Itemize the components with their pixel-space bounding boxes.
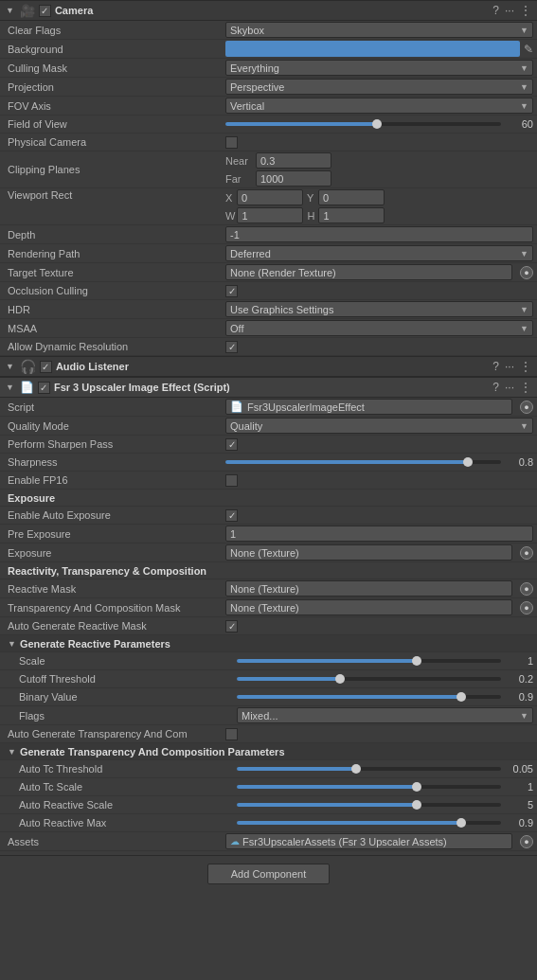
gen-transparency-params-header[interactable]: ▼ Generate Transparency And Composition … [0,743,537,760]
clear-flags-label: Clear Flags [8,25,225,36]
reactive-mask-input[interactable]: None (Texture) [225,580,512,597]
auto-tc-scale-slider-track[interactable] [237,785,501,789]
help-icon[interactable]: ? [492,360,499,373]
depth-input[interactable] [225,226,533,242]
pre-exposure-input[interactable] [225,526,533,542]
quality-mode-value: Quality ▼ [225,418,533,434]
assets-input[interactable]: ☁ Fsr3UpscalerAssets (Fsr 3 Upscaler Ass… [225,833,512,849]
scale-slider-track[interactable] [237,659,501,663]
audio-listener-checkbox[interactable]: ✓ [40,361,52,373]
auto-reactive-max-slider-container: 0.9 [237,817,533,829]
auto-tc-threshold-slider-thumb[interactable] [351,764,361,774]
hdr-dropdown[interactable]: Use Graphics Settings ▼ [225,301,533,317]
reactive-mask-picker[interactable]: ● [520,582,533,596]
auto-reactive-max-slider-track[interactable] [237,821,501,825]
transparency-mask-picker[interactable]: ● [520,601,533,615]
allow-dynamic-checkbox[interactable]: ✓ [225,341,238,353]
projection-dropdown[interactable]: Perspective ▼ [225,79,533,95]
physical-camera-checkbox[interactable] [225,136,238,149]
script-input[interactable]: 📄 Fsr3UpscalerImageEffect [225,399,512,415]
chevron-icon: ▼ [8,747,16,757]
vp-w-input[interactable] [237,207,303,223]
far-input[interactable] [256,170,331,187]
assets-value: ☁ Fsr3UpscalerAssets (Fsr 3 Upscaler Ass… [225,833,533,849]
cutoff-slider-track[interactable] [237,677,501,681]
near-input[interactable] [256,152,331,169]
cutoff-slider-fill [237,677,340,681]
exposure-picker[interactable]: ● [520,546,533,560]
menu-icon[interactable]: ⋮ [520,4,531,17]
auto-reactive-scale-slider-track[interactable] [237,803,501,807]
perform-sharpen-checkbox[interactable]: ✓ [225,438,238,451]
auto-gen-reactive-checkbox[interactable]: ✓ [225,620,238,633]
collapse-arrow-icon[interactable]: ▼ [6,362,14,371]
target-texture-picker[interactable]: ● [520,266,533,279]
sharpness-slider-track[interactable] [225,460,501,464]
camera-header-icons: ? ∙∙∙ ⋮ [492,4,531,17]
auto-tc-scale-slider-value: 1 [505,781,533,793]
collapse-arrow-icon[interactable]: ▼ [6,6,14,15]
sharpness-slider-thumb[interactable] [463,457,473,467]
fsr-header[interactable]: ▼ 📄 ✓ Fsr 3 Upscaler Image Effect (Scrip… [0,377,537,398]
vp-h-input[interactable] [318,207,385,223]
help-icon[interactable]: ? [492,381,499,394]
msaa-dropdown[interactable]: Off ▼ [225,320,533,336]
exposure-section-header[interactable]: Exposure [0,490,537,507]
script-picker[interactable]: ● [520,401,533,414]
gen-reactive-params-header[interactable]: ▼ Generate Reactive Parameters [0,635,537,652]
help-icon[interactable]: ? [492,4,499,17]
msaa-label: MSAA [8,323,225,334]
vp-x-input[interactable] [237,189,303,205]
quality-mode-dropdown[interactable]: Quality ▼ [225,418,533,434]
auto-gen-transparency-checkbox[interactable] [225,728,238,740]
fov-axis-dropdown[interactable]: Vertical ▼ [225,98,533,114]
collapse-arrow-icon[interactable]: ▼ [6,383,14,392]
scale-slider-thumb[interactable] [412,656,421,666]
dropdown-arrow-icon: ▼ [520,711,528,721]
auto-tc-threshold-slider-track[interactable] [237,767,501,771]
auto-reactive-max-value: 0.9 [237,817,533,829]
camera-header[interactable]: ▼ 🎥 ✓ Camera ? ∙∙∙ ⋮ [0,0,537,21]
auto-tc-scale-slider-thumb[interactable] [412,782,421,792]
auto-gen-reactive-value: ✓ [225,620,533,633]
settings-icon[interactable]: ∙∙∙ [505,4,514,17]
rendering-path-dropdown[interactable]: Deferred ▼ [225,245,533,261]
menu-icon[interactable]: ⋮ [520,381,531,394]
pre-exposure-row: Pre Exposure [0,525,537,543]
audio-listener-header[interactable]: ▼ 🎧 ✓ Audio Listener ? ∙∙∙ ⋮ [0,356,537,377]
fsr-checkbox[interactable]: ✓ [38,382,50,394]
exposure-input[interactable]: None (Texture) [225,544,512,561]
physical-camera-value [225,136,533,149]
binary-slider-thumb[interactable] [456,692,466,702]
settings-icon[interactable]: ∙∙∙ [505,381,514,394]
occlusion-culling-checkbox[interactable]: ✓ [225,285,238,297]
enable-auto-exposure-value: ✓ [225,509,533,522]
transparency-mask-input[interactable]: None (Texture) [225,599,512,615]
auto-reactive-scale-slider-thumb[interactable] [412,800,421,810]
settings-icon[interactable]: ∙∙∙ [505,360,514,373]
culling-mask-dropdown[interactable]: Everything ▼ [225,60,533,76]
camera-component: ▼ 🎥 ✓ Camera ? ∙∙∙ ⋮ Clear Flags Skybox … [0,0,537,356]
binary-slider-track[interactable] [237,695,501,699]
auto-reactive-max-slider-thumb[interactable] [456,818,466,828]
color-picker-icon[interactable]: ✎ [524,43,533,56]
vp-y-input[interactable] [318,189,385,205]
auto-reactive-max-label: Auto Reactive Max [19,817,237,829]
add-component-button[interactable]: Add Component [207,864,331,884]
clear-flags-dropdown[interactable]: Skybox ▼ [225,22,533,38]
cutoff-slider-thumb[interactable] [335,674,345,684]
camera-checkbox[interactable]: ✓ [39,5,51,17]
depth-label: Depth [8,229,225,241]
fov-slider-container: 60 [225,118,533,130]
enable-auto-exposure-checkbox[interactable]: ✓ [225,509,238,522]
target-texture-input[interactable]: None (Render Texture) [225,264,512,280]
menu-icon[interactable]: ⋮ [520,360,531,373]
enable-fp16-checkbox[interactable] [225,474,238,487]
fov-slider-thumb[interactable] [372,119,382,129]
assets-picker[interactable]: ● [520,835,533,848]
fov-slider-track[interactable] [225,122,501,126]
background-color-bar[interactable] [225,41,520,57]
flags-dropdown[interactable]: Mixed... ▼ [237,707,533,723]
binary-value-value: 0.9 [237,691,533,703]
reactivity-section-header[interactable]: Reactivity, Transparency & Composition [0,562,537,579]
